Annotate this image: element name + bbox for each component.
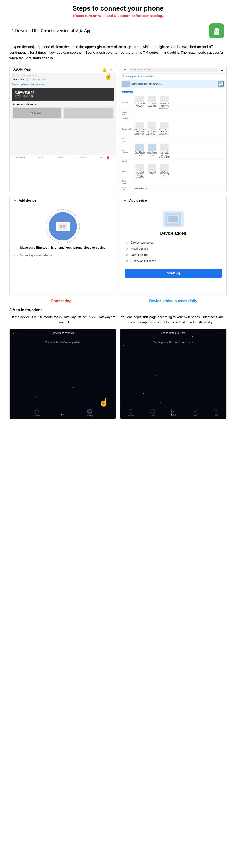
device-circle: [49, 212, 77, 241]
check-label-2: Mesh Verified: [131, 247, 148, 250]
dark-menu-right[interactable]: ···: [221, 332, 224, 334]
device-curtain[interactable]: Intelligent curtain motor of Youle works…: [159, 144, 170, 158]
pagination-left: [10, 412, 116, 416]
nav-profile[interactable]: Profile 🔴: [100, 156, 109, 159]
status-dot: [15, 254, 18, 257]
screen1-card: 记记于心的家· 🔔 ＋ No home environment info Fav…: [9, 65, 116, 192]
connecting-status-text: Connecting phone to device...: [20, 254, 54, 257]
rec-item-2: [63, 107, 114, 119]
category-router-label: Router and...: [120, 179, 133, 185]
category-camera-items: Viomi Internet e-drying rack Bunny YOUPO…: [133, 95, 226, 110]
screen3-card: ← Add device Make: [9, 196, 116, 295]
nav-automation[interactable]: Automation: [76, 156, 87, 159]
screen4-back-icon[interactable]: ←: [124, 198, 127, 203]
dark-title-left: Scene mesh color tem...: [51, 332, 76, 334]
tab-menu[interactable]: ≡: [48, 78, 50, 81]
category-router-items: [133, 179, 226, 185]
tab-favorites[interactable]: Favorites: [12, 78, 24, 81]
dark-header-right: ← Scene mesh color tem... ···: [120, 329, 226, 337]
category-kitchen-label: Kitchen ele...: [120, 137, 133, 143]
page-title: Steps to connect your phone: [9, 5, 227, 12]
connecting-status: Connecting phone to device...: [10, 252, 116, 258]
category-power-items: [133, 111, 226, 117]
nav-store[interactable]: Store: [38, 156, 43, 159]
recommendations-label: Recommendations: [10, 102, 116, 106]
scan-icon[interactable]: ⊡: [221, 68, 224, 71]
dot-r3: [175, 414, 176, 415]
screen3-back-icon[interactable]: ←: [13, 198, 17, 203]
dark-menu-left[interactable]: ···: [111, 332, 113, 334]
category-lighting-label: Lighting: [120, 117, 133, 121]
dark-title-right: Scene mesh color tem...: [161, 332, 187, 334]
check-device-connected: ✓ Device connected: [126, 240, 221, 246]
category-air-label: Air treatme...: [120, 143, 133, 159]
mijia-app-icon: [209, 23, 224, 38]
bell-icon[interactable]: 🔔: [102, 67, 107, 72]
step1-download-row: 1.Download the Chinese version of Mijia …: [9, 23, 227, 38]
screen1-phone: 记记于心的家· 🔔 ＋ No home environment info Fav…: [10, 65, 116, 160]
screen1-tabs: Favorites 客厅 Living room ≡: [10, 77, 116, 82]
scene-mesh-label-text: Scene mesh color temperature...: [131, 83, 162, 85]
dot-1: [61, 414, 62, 415]
category-homeapp-items: Video camera: [133, 185, 226, 191]
rec-item-1: 无显(色)智...: [11, 107, 62, 119]
category-kitchen: Kitchen ele...: [120, 137, 226, 143]
done-button[interactable]: DONE (3): [125, 269, 221, 278]
step3-content: If the device is in "Bluetooth Mesh Gate…: [9, 314, 227, 325]
screen2-header: ← Enter device name ⊡: [120, 65, 226, 74]
dot-r1: [171, 414, 172, 415]
check-extension: ✓ Extension Initialized: [126, 258, 221, 264]
video-camera-label: Video camera: [134, 186, 148, 191]
banner-title: 既是智能音箱: [15, 90, 111, 95]
plus-icon[interactable]: ＋: [109, 67, 113, 72]
device-heater6019[interactable]: Viomi Electric Water Heater 6019: [146, 144, 158, 158]
device-chloro[interactable]: Chloroplast G1 Smart Wall Switch (Zero F…: [159, 96, 170, 109]
check-mark-4: ✓: [126, 259, 129, 263]
step1-section: 1.Download the Chinese version of Mijia …: [9, 23, 227, 38]
back-arrow-icon[interactable]: ←: [123, 67, 127, 72]
device-h1[interactable]: Chloroplast G1 Smart Wall Switch (Zero F…: [134, 122, 146, 136]
step2-screens-grid: 记记于心的家· 🔔 ＋ No home environment info Fav…: [9, 65, 227, 295]
no-env-text: No home environment info: [10, 73, 116, 77]
device-h2[interactable]: Chloroplast G1 smart wall switch (zero F…: [146, 122, 158, 136]
device-lemon[interactable]: Lemon fruit intelligent curtain motor(MF…: [134, 164, 146, 178]
category-household: Household... Chloroplast G1 Smart Wall S…: [120, 121, 226, 137]
scene-mesh-highlighted[interactable]: Scene mesh color temperature... ↩️: [121, 80, 226, 88]
dark-header-left: ← Scene mesh color tem... ···: [10, 329, 116, 337]
device-heater5019[interactable]: Viomi Electric Water Heater 5019: [134, 144, 146, 158]
category-air-items: Viomi Electric Water Heater 5019 Viomi E…: [133, 143, 226, 159]
category-power-label: Power swit...: [120, 111, 133, 117]
category-sensor-label: Sensor: [120, 159, 133, 163]
device-youpon[interactable]: YOUPON Smart bath heater D2: [146, 96, 158, 109]
nav-mi-home[interactable]: Mi Home: [16, 156, 25, 159]
device-added-img-area: [120, 205, 226, 231]
category-homeapp-label: Home appl...: [120, 185, 133, 191]
screen4-header: ← Add device: [120, 196, 226, 205]
status-labels: Connecting... Device added successfully: [9, 298, 227, 303]
device-music[interactable]: 8inch music panel: [146, 164, 158, 178]
device-robot[interactable]: Mijia Robot Vacuum-Mop 2C: [159, 164, 170, 178]
new-product-badge: New product: [122, 91, 133, 93]
dark-back-left[interactable]: ←: [12, 331, 16, 335]
dark-back-right[interactable]: ←: [123, 331, 127, 335]
hand-cursor-bottom-left: ☝️: [99, 397, 109, 407]
status-success-label: Device added successfully: [120, 298, 227, 303]
check-label-4: Extension Initialized: [131, 259, 156, 262]
category-kitchen-items: [133, 137, 226, 143]
category-homeapp: Home appl... Video camera: [120, 185, 226, 192]
svg-point-1: [217, 31, 218, 32]
screen2-card: ← Enter device name ⊡ Scanning for devic…: [120, 65, 227, 192]
device-viomi[interactable]: Viomi Internet e-drying rack Bunny: [134, 96, 146, 109]
device-inner: [56, 222, 70, 231]
step2-description: 2.Open the majia app and click on the "+…: [9, 44, 227, 61]
tab-living2[interactable]: Living room: [33, 78, 47, 81]
scanning-text: Scanning for devices nearby...: [120, 74, 226, 79]
dark-screen-left: ← Scene mesh color tem... ··· Bluetooth …: [10, 329, 116, 418]
check-mark-1: ✓: [126, 241, 129, 245]
search-bar[interactable]: Enter device name: [129, 68, 219, 72]
tab-living1[interactable]: 客厅: [26, 78, 31, 81]
bluetooth-offline-text: Bluetooth Mesh Gateway offline: [10, 337, 116, 347]
nav-content[interactable]: Content: [56, 156, 63, 159]
device-h3[interactable]: Ground Smart Socket CP1-AM (with Battery…: [159, 122, 170, 136]
scene-mesh-label: Scene mesh color temperature...: [10, 82, 116, 87]
